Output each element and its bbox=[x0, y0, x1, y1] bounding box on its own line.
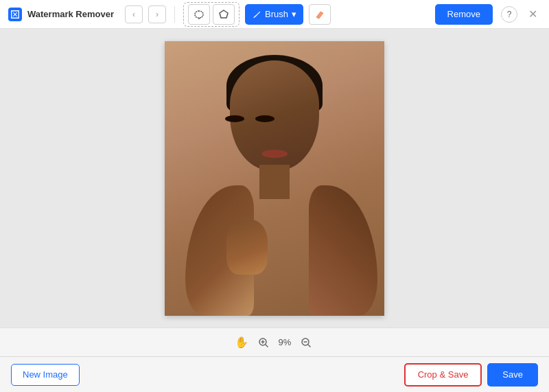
toolbar-divider-1 bbox=[174, 6, 175, 23]
eye-left-shape bbox=[225, 115, 244, 122]
eraser-tool-button[interactable] bbox=[309, 4, 331, 25]
app-icon bbox=[8, 8, 22, 21]
nav-back-button[interactable]: ‹ bbox=[125, 5, 143, 23]
brush-label: Brush bbox=[265, 9, 288, 19]
brush-chevron: ▾ bbox=[292, 9, 296, 19]
title-bar: Watermark Remover ‹ › Brush ▾ bbox=[0, 0, 549, 29]
close-button[interactable]: ✕ bbox=[524, 6, 541, 23]
help-button[interactable]: ? bbox=[501, 6, 517, 23]
shoulder-right-shape bbox=[309, 185, 377, 316]
image-container bbox=[165, 41, 384, 316]
app-title: Watermark Remover bbox=[27, 9, 114, 19]
lips-shape bbox=[261, 150, 288, 158]
zoom-in-button[interactable] bbox=[255, 334, 272, 351]
save-button[interactable]: Save bbox=[487, 363, 538, 387]
zoom-level: 9% bbox=[279, 337, 292, 347]
remove-button[interactable]: Remove bbox=[435, 4, 493, 25]
polygon-tool-button[interactable] bbox=[213, 4, 235, 25]
new-image-button[interactable]: New Image bbox=[11, 364, 80, 386]
portrait-image bbox=[165, 41, 384, 316]
nav-forward-button[interactable]: › bbox=[148, 5, 166, 23]
crop-save-button[interactable]: Crop & Save bbox=[404, 363, 482, 387]
action-bar: New Image Crop & Save Save bbox=[0, 356, 549, 392]
eye-right-shape bbox=[255, 115, 274, 122]
tool-group bbox=[183, 2, 240, 27]
neck-shape bbox=[259, 165, 290, 199]
status-bar: ✋ 9% bbox=[0, 327, 549, 356]
brush-tool-button[interactable]: Brush ▾ bbox=[245, 4, 303, 25]
svg-line-7 bbox=[308, 345, 311, 347]
hand-shape bbox=[226, 220, 268, 275]
svg-line-3 bbox=[266, 345, 268, 347]
lasso-tool-button[interactable] bbox=[188, 4, 210, 25]
zoom-out-button[interactable] bbox=[298, 334, 314, 351]
canvas-area bbox=[0, 29, 549, 327]
pan-icon[interactable]: ✋ bbox=[235, 336, 248, 349]
